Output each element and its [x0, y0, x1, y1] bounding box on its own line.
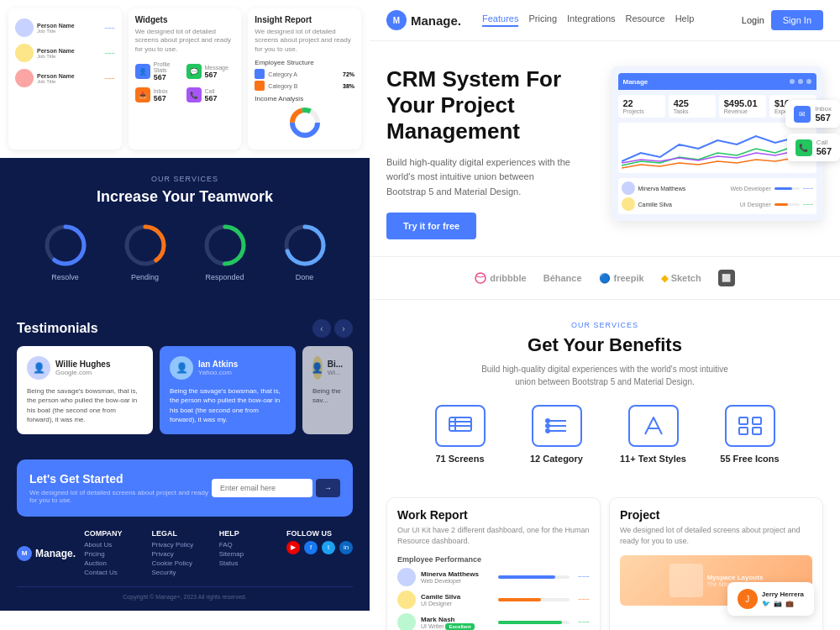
twitter-icon[interactable]: t [322, 541, 335, 554]
login-button[interactable]: Login [742, 15, 764, 25]
svg-point-20 [546, 419, 549, 423]
cta-input-group: → [212, 479, 340, 497]
try-free-button[interactable]: Try it for free [386, 213, 476, 239]
footer-link-contact[interactable]: Contact Us [84, 569, 143, 576]
svg-rect-25 [753, 417, 761, 424]
dash-header-bar: Manage [618, 73, 817, 90]
screens-icon [435, 405, 486, 447]
brand-sketch: ◆ Sketch [661, 273, 701, 284]
project-person: J Jerry Herrera 🐦 📷 💼 [738, 589, 804, 609]
nav-logo: M Manage. [386, 10, 461, 30]
brand-dribbble: dribbble [475, 272, 526, 284]
right-panel: M Manage. Features Pricing Integrations … [370, 0, 840, 630]
linkedin-social-icon: 💼 [785, 600, 794, 607]
footer-link-sitemap[interactable]: Sitemap [219, 550, 278, 558]
footer-section: Let's Get Started We designed lot of det… [0, 447, 370, 611]
testimonials-header: Testimonials ‹ › [17, 319, 353, 338]
benefit-category: 12 Category [515, 405, 599, 464]
hero-section: CRM System For Your Project Management B… [370, 41, 840, 256]
testimonial-card-3: 👤 Bi... Wi... Being the sav... [302, 346, 353, 434]
nav-integrations[interactable]: Integrations [567, 13, 615, 27]
benefit-screens: 71 Screens [418, 405, 502, 464]
circle-responded: Responded [202, 223, 248, 281]
footer-link-cookie[interactable]: Cookie Policy [152, 559, 211, 567]
footer-link-privacy-policy[interactable]: Privacy Policy [152, 541, 211, 549]
circle-done: Done [282, 223, 328, 281]
footer-copyright: Copyright © Manage+, 2023 All rights res… [17, 586, 353, 606]
linkedin-icon[interactable]: in [339, 541, 353, 554]
footer-link-status[interactable]: Status [219, 559, 278, 567]
social-links: ▶ f t in [286, 541, 353, 554]
employee-row-1: Minerva Matthews Web Developer ~~~ [397, 568, 590, 586]
hero-image: Manage 22Projects 425Tasks $495.01Revenu… [612, 66, 824, 221]
nav-help[interactable]: Help [675, 13, 695, 27]
footer-link-pricing[interactable]: Pricing [84, 550, 143, 558]
hero-title: CRM System For Your Project Management [386, 66, 599, 145]
nav-pricing[interactable]: Pricing [528, 13, 557, 27]
inbox-icon: ✉ [794, 106, 811, 123]
benefits-grid: 71 Screens 12 Category [386, 405, 823, 464]
footer-links: M Manage. COMPANY About Us Pricing Aucti… [17, 529, 353, 578]
work-report-card: Work Report Our UI Kit have 2 different … [386, 497, 601, 630]
metric-2: 425Tasks [669, 95, 716, 118]
footer-col-company: COMPANY About Us Pricing Auction Contact… [84, 529, 143, 578]
test-user-2: 👤 Ian Atkins Yahoo.com [170, 356, 286, 380]
footer-col-social: FOLLOW US ▶ f t in [286, 529, 353, 578]
people-card: Person NameJob Title ~~~ Person NameJob … [8, 8, 122, 150]
footer-link-auction[interactable]: Auction [84, 559, 143, 567]
top-cards-row: Person NameJob Title ~~~ Person NameJob … [0, 0, 370, 150]
svg-point-21 [546, 424, 549, 428]
metric-3: $495.01Revenue [719, 95, 766, 118]
youtube-icon[interactable]: ▶ [286, 541, 300, 554]
footer-logo: M Manage. [17, 529, 76, 578]
svg-rect-26 [739, 428, 748, 434]
testimonials-nav: ‹ › [312, 319, 353, 338]
employee-row-2: Camile Silva UI Designer ~~~ [397, 591, 590, 609]
cta-email-input[interactable] [212, 479, 312, 497]
benefit-icons: 55 Free Icons [708, 405, 792, 464]
next-button[interactable]: › [334, 319, 353, 338]
circles-row: Resolve Pending Responded [25, 223, 344, 281]
employee-performance-label: Employee Performance [397, 555, 590, 564]
person-card: J Jerry Herrera 🐦 📷 💼 [727, 582, 814, 616]
hero-desc: Build high-quality digital experiences w… [386, 155, 571, 200]
nav-resource[interactable]: Resource [626, 13, 665, 27]
icons-icon [725, 405, 775, 447]
svg-point-22 [546, 429, 549, 433]
instagram-social-icon: 📷 [774, 600, 782, 607]
circle-pending: Pending [123, 223, 168, 281]
nav-logo-icon: M [386, 10, 407, 30]
signup-button[interactable]: Sign In [771, 10, 823, 30]
benefits-section: OUR SERVICES Get Your Benefits Build hig… [370, 300, 840, 485]
nav-links: Features Pricing Integrations Resource H… [482, 13, 729, 27]
prev-button[interactable]: ‹ [312, 319, 331, 338]
call-icon: 📞 [795, 139, 812, 156]
employee-row-3: Mark Nash UI Writer Excellent ~~~ [397, 613, 590, 630]
person-avatar: J [738, 589, 758, 609]
footer-link-privacy[interactable]: Privacy [152, 550, 211, 558]
inbox-badge: ✉ Inbox 567 [785, 100, 840, 128]
bottom-cards: Work Report Our UI Kit have 2 different … [370, 485, 840, 630]
footer-col-legal: LEGAL Privacy Policy Privacy Cookie Poli… [152, 529, 211, 578]
test-user-3: 👤 Bi... Wi... [312, 356, 343, 380]
benefits-title: Get Your Benefits [386, 334, 823, 356]
cta-submit-button[interactable]: → [316, 479, 340, 497]
testimonials-cards: 👤 Willie Hughes Google.com Being the sav… [17, 346, 353, 434]
test-user-1: 👤 Willie Hughes Google.com [27, 356, 143, 380]
svg-point-12 [475, 273, 486, 283]
footer-link-security[interactable]: Security [152, 569, 211, 576]
teamwork-title: Increase Your Teamwork [25, 188, 344, 206]
footer-link-faq[interactable]: FAQ [219, 541, 278, 549]
category-icon [532, 405, 582, 447]
testimonial-card-2: 👤 Ian Atkins Yahoo.com Being the savage'… [160, 346, 296, 434]
brand-extra: ⬜ [718, 270, 735, 286]
footer-link-about[interactable]: About Us [84, 541, 143, 549]
facebook-icon[interactable]: f [304, 541, 318, 554]
brands-section: dribbble Béhance 🔵 freepik ◆ Sketch ⬜ [370, 256, 840, 300]
navbar: M Manage. Features Pricing Integrations … [370, 0, 840, 41]
twitter-social-icon: 🐦 [762, 600, 770, 607]
svg-rect-27 [753, 428, 761, 434]
teamwork-section: OUR SERVICES Increase Your Teamwork Reso… [0, 158, 370, 307]
footer-logo-icon: M [17, 546, 32, 561]
nav-features[interactable]: Features [482, 13, 518, 27]
